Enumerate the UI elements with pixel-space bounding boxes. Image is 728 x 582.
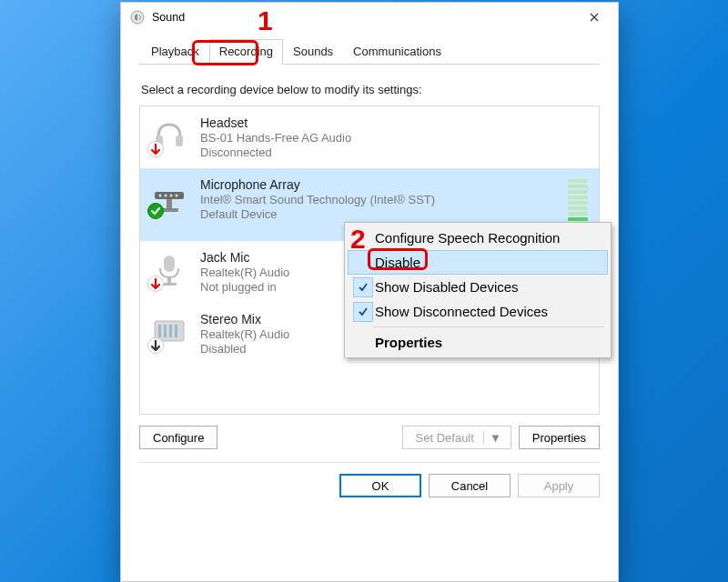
- svg-rect-15: [164, 325, 167, 337]
- check-icon: [353, 302, 373, 322]
- vu-bar: [568, 185, 588, 188]
- instruction-text: Select a recording device below to modif…: [141, 83, 598, 96]
- mic-icon: [151, 252, 187, 288]
- titlebar: Sound: [121, 3, 618, 32]
- ctx-disable[interactable]: Disable: [348, 250, 608, 275]
- ctx-separator: [373, 326, 604, 327]
- vu-bar: [568, 217, 588, 221]
- check-green-icon: [147, 203, 164, 219]
- check-icon: [353, 277, 373, 297]
- configure-button[interactable]: Configure: [139, 426, 217, 449]
- device-sub: Intel® Smart Sound Technology (Intel® SS…: [200, 193, 568, 206]
- tab-playback[interactable]: Playback: [141, 39, 209, 65]
- vu-bar: [568, 201, 588, 205]
- ctx-item-label: Show Disabled Devices: [375, 279, 519, 295]
- svg-point-5: [165, 195, 167, 197]
- close-icon: [590, 13, 599, 22]
- device-status: Disconnected: [200, 146, 588, 159]
- ctx-properties[interactable]: Properties: [348, 330, 608, 355]
- ctx-show-disconnected[interactable]: Show Disconnected Devices: [348, 299, 608, 324]
- device-item-headset[interactable]: Headset BS-01 Hands-Free AG Audio Discon…: [140, 106, 599, 168]
- chevron-down-icon: ▼: [483, 431, 507, 445]
- tab-recording[interactable]: Recording: [209, 39, 283, 65]
- headset-icon: [151, 117, 187, 154]
- down-black-icon: [147, 337, 164, 354]
- svg-rect-11: [167, 277, 171, 283]
- svg-rect-12: [162, 283, 177, 286]
- svg-point-6: [170, 195, 173, 197]
- cancel-button[interactable]: Cancel: [429, 474, 511, 497]
- ctx-item-label: Configure Speech Recognition: [375, 230, 560, 246]
- down-red-icon: [147, 276, 164, 292]
- mic-array-icon: [151, 179, 187, 216]
- vu-bar: [568, 190, 588, 194]
- device-status: Default Device: [200, 207, 568, 221]
- tab-sounds[interactable]: Sounds: [283, 39, 343, 65]
- close-button[interactable]: [574, 4, 614, 31]
- properties-button[interactable]: Properties: [519, 426, 600, 449]
- ctx-configure-speech[interactable]: Configure Speech Recognition: [348, 226, 608, 250]
- svg-rect-14: [158, 325, 161, 337]
- svg-rect-16: [169, 325, 172, 337]
- device-sub: BS-01 Hands-Free AG Audio: [200, 131, 588, 145]
- svg-rect-10: [164, 256, 175, 272]
- vu-bar: [568, 196, 588, 199]
- svg-rect-2: [176, 135, 183, 146]
- device-title: Microphone Array: [200, 177, 568, 192]
- set-default-label: Set Default: [416, 431, 474, 445]
- ctx-item-label: Properties: [375, 335, 442, 350]
- vu-bar: [568, 206, 588, 210]
- context-menu: Configure Speech Recognition Disable Sho…: [344, 222, 612, 358]
- device-title: Headset: [200, 115, 588, 130]
- ctx-show-disabled[interactable]: Show Disabled Devices: [348, 275, 608, 299]
- vu-bar: [568, 212, 588, 216]
- mixer-icon: [151, 314, 187, 350]
- set-default-button[interactable]: Set Default ▼: [402, 426, 511, 449]
- window-title: Sound: [152, 11, 574, 24]
- ctx-item-label: Disable: [375, 255, 420, 270]
- down-red-icon: [147, 141, 164, 157]
- sound-icon: [130, 10, 145, 25]
- tab-communications[interactable]: Communications: [343, 39, 451, 65]
- svg-rect-17: [175, 325, 177, 337]
- ok-button[interactable]: OK: [339, 474, 421, 497]
- svg-point-7: [176, 195, 178, 197]
- svg-rect-8: [167, 199, 172, 208]
- tabs-row: Playback Recording Sounds Communications: [139, 39, 600, 65]
- svg-point-4: [159, 195, 162, 197]
- ctx-item-label: Show Disconnected Devices: [375, 304, 548, 319]
- vu-bar: [568, 179, 588, 183]
- apply-button[interactable]: Apply: [518, 474, 600, 497]
